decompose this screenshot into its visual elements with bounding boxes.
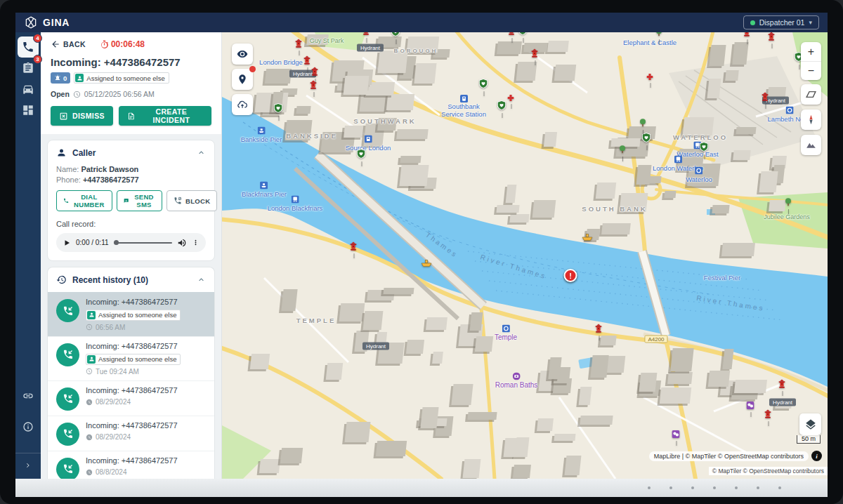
dispatcher-menu[interactable]: Dispatcher 01 ▾ xyxy=(743,15,819,29)
hydrant-marker[interactable] xyxy=(362,32,370,38)
sidebar-item-about[interactable] xyxy=(18,416,39,437)
send-sms-button[interactable]: SEND SMS xyxy=(117,190,162,211)
shield-marker[interactable] xyxy=(497,100,507,113)
phone-blocked-icon xyxy=(174,197,182,205)
stopwatch-icon xyxy=(100,40,109,49)
map-canvas[interactable]: SOUTHWARKBANKSIDEBOROUGHWATERLOOSOUTH BA… xyxy=(222,32,828,479)
shield-marker[interactable] xyxy=(518,32,528,38)
incoming-call-icon xyxy=(56,299,79,322)
incident-count-badge: 0 xyxy=(51,72,70,84)
tree-marker[interactable] xyxy=(639,117,646,130)
history-item[interactable]: Incoming: +44738647257708/29/2024 xyxy=(48,380,214,416)
call-panel: BACK 00:06:48 Incoming: +447386472577 0 xyxy=(41,32,222,479)
hydrant-marker[interactable] xyxy=(768,32,776,44)
assignment-icon xyxy=(22,62,34,74)
incoming-call-icon xyxy=(56,387,79,411)
dismiss-button[interactable]: DISMISS xyxy=(51,106,113,126)
hydrant-marker[interactable] xyxy=(303,55,311,67)
kebab-menu-icon[interactable] xyxy=(192,238,200,247)
map-attribution: MapLibre | © MapTiler © OpenStreetMap co… xyxy=(649,451,822,461)
sidebar-item-incidents[interactable]: 3 xyxy=(18,58,39,79)
cross-marker[interactable] xyxy=(508,91,514,104)
cross-marker[interactable] xyxy=(647,70,653,83)
play-icon[interactable] xyxy=(63,239,71,247)
tree-marker[interactable] xyxy=(655,32,662,39)
gina-logo-icon xyxy=(24,15,38,29)
hydrant-marker[interactable] xyxy=(311,66,319,79)
badge-count: 4 xyxy=(33,34,42,43)
hydrant-marker[interactable] xyxy=(310,79,318,92)
seek-bar[interactable] xyxy=(114,242,172,244)
location-layers-button[interactable] xyxy=(232,69,253,90)
clock-icon xyxy=(86,368,93,375)
shield-marker[interactable] xyxy=(357,149,366,161)
incoming-call-icon xyxy=(56,423,79,446)
frame-dot xyxy=(735,486,738,489)
history-item-title: Incoming: +447386472577 xyxy=(86,386,178,396)
basemap-layers-button[interactable] xyxy=(799,413,821,435)
history-item[interactable]: Incoming: +44738647257708/29/2024 xyxy=(48,416,214,451)
zoom-out-button[interactable]: − xyxy=(801,61,821,80)
visibility-control-button[interactable] xyxy=(232,44,253,65)
hydrant-marker[interactable] xyxy=(508,32,516,38)
zoom-in-button[interactable]: + xyxy=(801,42,821,61)
map-markers-layer: ! xyxy=(222,32,828,479)
sidebar-collapse-button[interactable] xyxy=(18,458,39,473)
sidebar: 43 xyxy=(15,32,41,479)
hydrant-marker[interactable] xyxy=(762,91,769,104)
collapse-chevron-icon[interactable] xyxy=(197,275,206,284)
sidebar-item-dashboard[interactable] xyxy=(18,100,39,121)
compass-button[interactable] xyxy=(801,110,821,130)
history-item[interactable]: Incoming: +447386472577Assigned to someo… xyxy=(48,336,214,380)
car-icon xyxy=(22,83,34,95)
sms-icon xyxy=(124,197,129,205)
tree-marker[interactable] xyxy=(619,144,626,157)
boat-marker[interactable] xyxy=(421,258,432,270)
hydrant-marker[interactable] xyxy=(778,378,786,391)
hydrant-marker[interactable] xyxy=(743,32,751,39)
history-item[interactable]: Incoming: +447386472577Assigned to someo… xyxy=(48,292,214,336)
block-button[interactable]: BLOCK xyxy=(166,190,217,211)
create-incident-button[interactable]: CREATE INCIDENT xyxy=(119,106,211,126)
history-item-time: 06:56 AM xyxy=(86,324,181,331)
audio-player: 0:00 / 0:11 xyxy=(56,233,206,252)
shield-marker[interactable] xyxy=(391,32,400,39)
back-arrow-icon xyxy=(51,39,60,49)
history-icon xyxy=(56,274,67,285)
masks-marker[interactable] xyxy=(672,428,680,441)
caller-name: Patrick Dawson xyxy=(81,165,138,173)
tree-marker[interactable] xyxy=(785,197,792,209)
history-item[interactable]: Incoming: +44738647257708/8/2024 xyxy=(48,451,214,479)
phone-icon xyxy=(22,41,34,53)
hydrant-marker[interactable] xyxy=(531,48,539,60)
shield-marker[interactable] xyxy=(700,142,709,154)
device-frame: GINA Dispatcher 01 ▾ 43 xyxy=(0,0,843,504)
hydrant-marker[interactable] xyxy=(295,38,303,51)
incoming-call-icon xyxy=(56,343,79,366)
weather-layer-button[interactable] xyxy=(232,94,253,115)
person-icon xyxy=(56,147,67,158)
shield-marker[interactable] xyxy=(274,103,283,116)
zoom-controls: + − xyxy=(801,42,821,80)
shield-marker[interactable] xyxy=(479,79,488,91)
attribution-info-icon[interactable]: i xyxy=(811,451,822,461)
masks-marker[interactable] xyxy=(747,399,754,412)
hydrant-marker[interactable] xyxy=(595,323,603,336)
collapse-chevron-icon[interactable] xyxy=(197,148,206,157)
boat-marker[interactable] xyxy=(582,232,593,244)
sidebar-item-vehicles[interactable] xyxy=(18,79,39,100)
device-bottom-strip xyxy=(15,479,828,497)
dashboard-icon xyxy=(22,104,34,117)
dial-number-button[interactable]: DIAL NUMBER xyxy=(56,190,112,211)
alert-marker[interactable]: ! xyxy=(564,269,577,282)
sidebar-item-integrations[interactable] xyxy=(18,385,39,406)
mountains-icon xyxy=(805,139,817,151)
hydrant-marker[interactable] xyxy=(350,241,358,253)
call-summary: BACK 00:06:48 Incoming: +447386472577 0 xyxy=(41,32,221,134)
app-window: GINA Dispatcher 01 ▾ 43 xyxy=(15,13,828,479)
terrain-button[interactable] xyxy=(801,135,821,155)
pitch-toggle-button[interactable] xyxy=(801,84,821,105)
hydrant-marker[interactable] xyxy=(764,409,772,421)
volume-icon[interactable] xyxy=(177,238,187,248)
back-button[interactable]: BACK xyxy=(51,39,86,49)
